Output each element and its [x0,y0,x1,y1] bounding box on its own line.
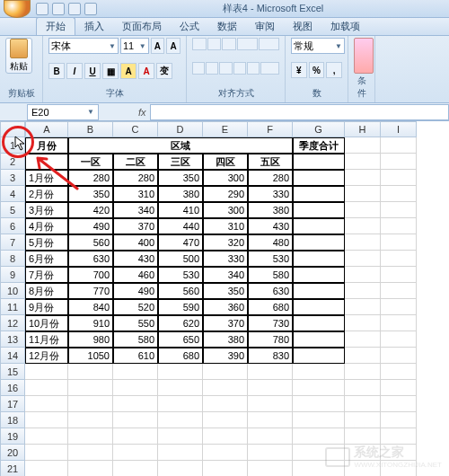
cell[interactable] [345,412,381,428]
cell[interactable] [68,461,113,476]
cell[interactable] [345,364,381,380]
cell[interactable] [345,218,381,234]
cell[interactable]: 650 [158,331,203,348]
cell[interactable] [345,428,381,445]
cell[interactable] [381,218,417,234]
cell[interactable] [113,412,158,428]
redo-icon[interactable] [68,3,81,15]
cell[interactable] [25,364,68,380]
indent-dec-icon[interactable] [233,62,246,75]
cell[interactable]: 310 [203,218,248,234]
col-header-G[interactable]: G [293,121,345,137]
cell[interactable] [293,380,345,396]
cell[interactable]: 550 [113,315,158,331]
tab-layout[interactable]: 页面布局 [113,18,171,35]
cell[interactable] [248,461,293,476]
cell[interactable]: 五区 [248,154,293,170]
cell[interactable]: 980 [68,331,113,348]
currency-icon[interactable]: ¥ [291,62,307,78]
cell[interactable] [248,428,293,445]
cell[interactable] [293,218,345,234]
cell[interactable]: 630 [248,283,293,299]
row-header[interactable]: 11 [0,299,25,315]
cell[interactable] [345,348,381,364]
cell[interactable] [158,461,203,476]
cell[interactable]: 370 [113,218,158,234]
cell[interactable] [345,154,381,170]
cell[interactable] [68,396,113,412]
cell[interactable] [113,461,158,476]
cell[interactable]: 6月份 [25,251,68,267]
cell[interactable] [25,412,68,428]
cell[interactable]: 320 [203,234,248,251]
cell[interactable]: 390 [203,348,248,364]
cell[interactable] [345,331,381,348]
tab-addins[interactable]: 加载项 [321,18,369,35]
cell[interactable]: 290 [203,186,248,202]
italic-button[interactable]: I [66,63,83,79]
row-header[interactable]: 10 [0,283,25,299]
cell[interactable]: 8月份 [25,283,68,299]
cell[interactable] [248,445,293,461]
cell[interactable] [25,445,68,461]
cell[interactable] [158,380,203,396]
tab-data[interactable]: 数据 [208,18,246,35]
cell[interactable] [381,137,417,154]
cell[interactable] [293,315,345,331]
cell[interactable] [381,315,417,331]
cell[interactable]: 11月份 [25,331,68,348]
cell[interactable]: 380 [158,186,203,202]
cell[interactable]: 680 [248,299,293,315]
cell[interactable]: 460 [113,267,158,283]
shrink-font-icon[interactable]: A [166,38,180,54]
underline-button[interactable]: U [84,63,101,79]
cell[interactable]: 430 [113,251,158,267]
cell[interactable]: 380 [203,331,248,348]
cell[interactable] [381,251,417,267]
office-button[interactable] [4,0,31,18]
merge-icon[interactable] [260,62,279,75]
font-size-combo[interactable]: 11▼ [120,38,149,54]
tab-home[interactable]: 开始 [36,17,75,35]
cell[interactable] [345,283,381,299]
cell[interactable]: 380 [248,202,293,218]
cell[interactable]: 580 [113,331,158,348]
cell[interactable] [293,267,345,283]
cell[interactable] [203,396,248,412]
cell[interactable] [25,428,68,445]
cell[interactable]: 440 [158,218,203,234]
row-header[interactable]: 16 [0,380,25,396]
cell[interactable]: 490 [113,283,158,299]
row-header[interactable]: 4 [0,186,25,202]
cell[interactable]: 5月份 [25,234,68,251]
cell[interactable] [381,234,417,251]
cell[interactable]: 3月份 [25,202,68,218]
cell[interactable] [68,412,113,428]
cell[interactable] [248,364,293,380]
cell[interactable] [345,186,381,202]
cell[interactable] [345,267,381,283]
border-button[interactable]: ▦ [102,63,119,79]
tab-review[interactable]: 审阅 [246,18,284,35]
paste-button[interactable]: 粘贴 [5,38,32,74]
select-all-button[interactable] [0,121,25,137]
cell[interactable]: 330 [248,186,293,202]
cell[interactable]: 680 [158,348,203,364]
align-middle-icon[interactable] [207,38,222,50]
cell[interactable]: 530 [248,251,293,267]
row-header[interactable]: 13 [0,331,25,348]
row-header[interactable]: 17 [0,396,25,412]
cell[interactable]: 340 [203,267,248,283]
cell[interactable] [113,396,158,412]
cell[interactable] [203,428,248,445]
cell[interactable] [345,396,381,412]
cell[interactable]: 370 [203,315,248,331]
comma-icon[interactable]: , [326,62,342,78]
cell[interactable] [25,461,68,476]
cell[interactable] [203,445,248,461]
save-icon[interactable] [36,3,48,15]
cell[interactable] [381,396,417,412]
cell[interactable] [293,348,345,364]
cell[interactable]: 410 [158,202,203,218]
cell[interactable] [345,137,381,154]
